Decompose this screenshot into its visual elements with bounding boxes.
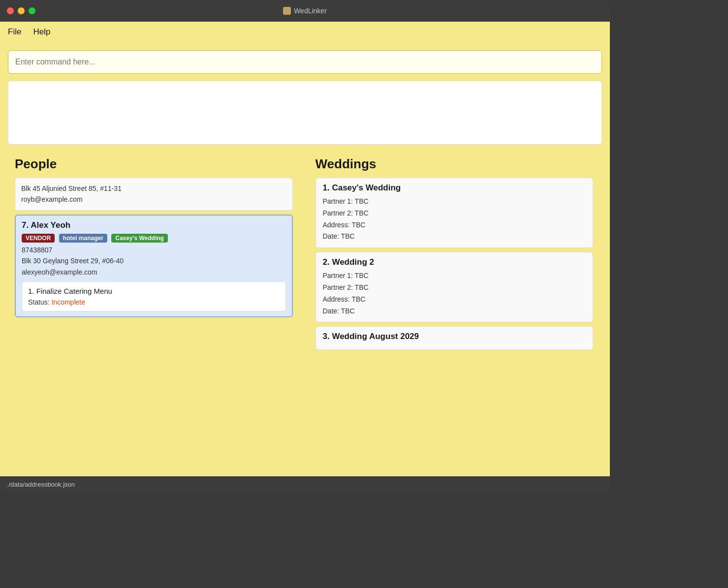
task-status: Status: Incomplete xyxy=(28,298,280,306)
status-text: ./data/addressbook.json xyxy=(7,481,75,488)
title-bar-content: WedLinker xyxy=(283,7,327,15)
wedding-casey-address: Address: TBC xyxy=(323,219,586,231)
weddings-scroll[interactable]: 1. Casey's Wedding Partner 1: TBC Partne… xyxy=(316,178,596,464)
command-input[interactable] xyxy=(8,50,602,74)
person-address: Blk 30 Geylang Street 29, #06-40 xyxy=(22,255,286,266)
person-phone: 87438807 xyxy=(22,245,286,255)
person-partial-email: royb@example.com xyxy=(21,194,286,205)
task-card[interactable]: 1. Finalize Catering Menu Status: Incomp… xyxy=(22,281,286,311)
status-value: Incomplete xyxy=(51,298,85,306)
title-bar: WedLinker xyxy=(0,0,610,22)
wedding-aug-name: 3. Wedding August 2029 xyxy=(323,332,586,341)
wedding-casey-p1: Partner 1: TBC xyxy=(323,196,586,208)
wedding-casey-date: Date: TBC xyxy=(323,231,586,243)
person-partial-address: Blk 45 Aljunied Street 85, #11-31 xyxy=(21,183,286,194)
wedding-card-aug2029[interactable]: 3. Wedding August 2029 xyxy=(316,326,594,350)
menu-bar: File Help xyxy=(0,22,610,42)
person-card-partial[interactable]: Blk 45 Aljunied Street 85, #11-31 royb@e… xyxy=(15,178,293,211)
people-panel: People Blk 45 Aljunied Street 85, #11-31… xyxy=(8,150,302,470)
columns: People Blk 45 Aljunied Street 85, #11-31… xyxy=(8,150,602,470)
wedding-card-2[interactable]: 2. Wedding 2 Partner 1: TBC Partner 2: T… xyxy=(316,252,594,322)
status-bar: ./data/addressbook.json xyxy=(0,476,610,492)
wedding-casey-name: 1. Casey's Wedding xyxy=(323,183,586,193)
app-body: People Blk 45 Aljunied Street 85, #11-31… xyxy=(0,42,610,476)
wedding-casey-p2: Partner 2: TBC xyxy=(323,208,586,219)
traffic-lights xyxy=(7,7,35,14)
person-email: alexyeoh@example.com xyxy=(22,267,286,278)
wedding-2-name: 2. Wedding 2 xyxy=(323,257,586,267)
wedding-card-casey[interactable]: 1. Casey's Wedding Partner 1: TBC Partne… xyxy=(316,178,594,248)
app-icon xyxy=(283,7,291,15)
person-card-alex-yeoh[interactable]: 7. Alex Yeoh VENDOR hotel manager Casey'… xyxy=(15,215,293,317)
command-bar xyxy=(8,48,602,76)
app-title: WedLinker xyxy=(294,7,327,15)
person-name-alex-yeoh: 7. Alex Yeoh xyxy=(22,220,286,230)
output-area xyxy=(8,81,602,145)
close-button[interactable] xyxy=(7,7,14,14)
weddings-panel: Weddings 1. Casey's Wedding Partner 1: T… xyxy=(309,150,602,470)
menu-help[interactable]: Help xyxy=(33,27,50,37)
weddings-panel-title: Weddings xyxy=(316,156,596,172)
wedding-2-address: Address: TBC xyxy=(323,294,586,306)
people-scroll[interactable]: Blk 45 Aljunied Street 85, #11-31 royb@e… xyxy=(15,178,295,464)
wedding-2-date: Date: TBC xyxy=(323,306,586,317)
wedding-2-p1: Partner 1: TBC xyxy=(323,270,586,282)
menu-file[interactable]: File xyxy=(8,27,21,37)
wedding-2-p2: Partner 2: TBC xyxy=(323,282,586,294)
badge-wedding: Casey's Wedding xyxy=(111,234,168,243)
badge-role: hotel manager xyxy=(59,234,107,243)
person-badges: VENDOR hotel manager Casey's Wedding xyxy=(22,233,286,245)
badge-vendor: VENDOR xyxy=(22,234,55,243)
task-title: 1. Finalize Catering Menu xyxy=(28,287,280,295)
maximize-button[interactable] xyxy=(29,7,35,14)
people-panel-title: People xyxy=(15,156,295,172)
minimize-button[interactable] xyxy=(18,7,25,14)
